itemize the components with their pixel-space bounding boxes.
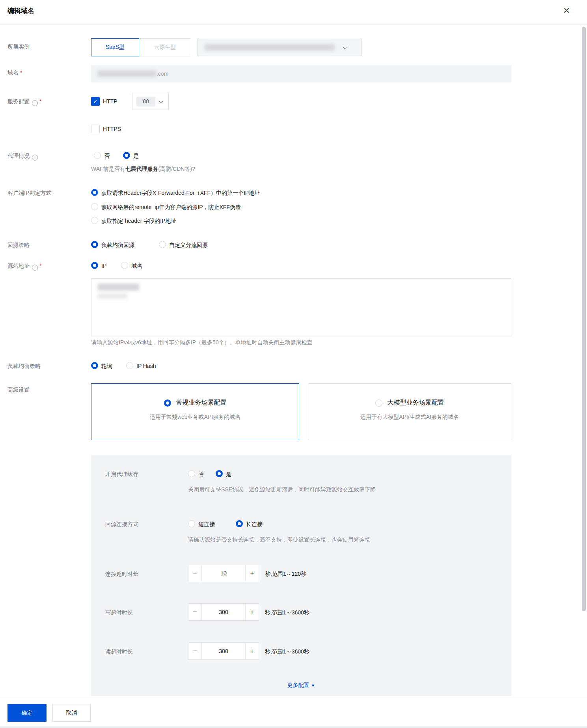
conn-short-label[interactable]: 短连接 xyxy=(198,521,215,528)
origin-policy-custom-label[interactable]: 自定义分流回源 xyxy=(169,242,208,249)
read-timeout-range: 秒,范围1～3600秒 xyxy=(265,648,309,655)
required-mark: * xyxy=(39,98,41,105)
minus-icon[interactable]: − xyxy=(188,642,202,660)
scenario-card-llm[interactable]: 大模型业务场景配置 适用于有大模型API/生成式AI服务的域名 xyxy=(308,383,511,440)
origin-policy-lb-radio[interactable] xyxy=(91,241,98,248)
instance-select[interactable] xyxy=(197,39,362,56)
lb-roundrobin-label[interactable]: 轮询 xyxy=(101,363,112,370)
proxy-no-radio[interactable] xyxy=(94,152,101,159)
origin-policy-lb-label[interactable]: 负载均衡回源 xyxy=(101,242,134,249)
client-ip-option-1-radio[interactable] xyxy=(91,189,98,196)
conn-mode-helper: 请确认源站是否支持长连接，若不支持，即使设置长连接，也会使用短连接 xyxy=(188,536,370,543)
minus-icon[interactable]: − xyxy=(188,603,202,621)
lb-strategy-label: 负载均衡策略 xyxy=(7,363,41,370)
proxy-cache-yes-label[interactable]: 是 xyxy=(226,471,231,478)
domain-suffix: .com xyxy=(157,71,168,77)
tab-cloud-native-label: 云原生型 xyxy=(154,44,176,51)
header-divider xyxy=(0,24,587,24)
proxy-no-label[interactable]: 否 xyxy=(104,153,110,160)
proxy-helper-bold: 七层代理服务 xyxy=(125,166,158,172)
check-icon: ✓ xyxy=(93,98,98,105)
client-ip-option-3-label[interactable]: 获取指定 header 字段的IP地址 xyxy=(101,218,177,225)
http-checkbox[interactable]: ✓ xyxy=(91,97,100,106)
write-timeout-value[interactable]: 300 xyxy=(202,603,245,621)
proxy-cache-yes-radio[interactable] xyxy=(216,470,223,477)
proxy-cache-no-label[interactable]: 否 xyxy=(198,471,204,478)
conn-long-label[interactable]: 长连接 xyxy=(246,521,263,528)
http-port-select[interactable]: 80 xyxy=(132,93,169,110)
port-tag: 80 xyxy=(136,97,155,106)
write-timeout-range: 秒,范围1～3600秒 xyxy=(265,609,309,616)
domain-label: 域名* xyxy=(7,69,22,77)
client-ip-option-2-label[interactable]: 获取网络层的remote_ip作为客户端的源IP，防止XFF伪造 xyxy=(101,204,241,211)
conn-mode-label: 回源连接方式 xyxy=(105,521,138,528)
origin-addr-ip-label[interactable]: IP xyxy=(101,263,106,269)
connect-timeout-value[interactable]: 10 xyxy=(202,565,245,582)
scenario-card-normal[interactable]: 常规业务场景配置 适用于常规web业务或API服务的域名 xyxy=(91,383,299,440)
proxy-cache-helper: 关闭后可支持SSE协议，避免源站更新滞后，同时可能导致源站交互效率下降 xyxy=(188,486,376,493)
caret-down-icon: ▼ xyxy=(311,683,315,688)
connect-timeout-stepper: − 10 + xyxy=(188,565,259,582)
minus-icon[interactable]: − xyxy=(188,565,202,582)
tab-cloud-native[interactable]: 云原生型 xyxy=(139,38,191,56)
scenario-normal-desc: 适用于常规web业务或API服务的域名 xyxy=(91,414,299,421)
origin-addr-label: 源站地址i* xyxy=(7,263,41,271)
lb-roundrobin-radio[interactable] xyxy=(91,362,98,369)
origin-addr-domain-label[interactable]: 域名 xyxy=(131,263,142,270)
proxy-yes-label[interactable]: 是 xyxy=(133,153,139,160)
origin-addr-ip-radio[interactable] xyxy=(91,262,98,269)
chevron-down-icon xyxy=(343,44,348,49)
client-ip-option-1-label[interactable]: 获取请求Header字段X-Forwarded-For（XFF）中的第一个IP地… xyxy=(101,190,260,197)
scenario-llm-desc: 适用于有大模型API/生成式AI服务的域名 xyxy=(308,414,511,421)
write-timeout-label: 写超时时长 xyxy=(105,609,133,616)
close-icon[interactable]: ✕ xyxy=(560,4,573,17)
client-ip-option-3-radio[interactable] xyxy=(91,217,98,224)
scenario-normal-radio[interactable] xyxy=(164,399,171,407)
client-ip-option-2-radio[interactable] xyxy=(91,203,98,210)
vertical-scrollbar[interactable] xyxy=(582,27,586,611)
origin-policy-label: 回源策略 xyxy=(7,242,30,249)
dialog-title: 编辑域名 xyxy=(7,6,34,15)
origin-addr-helper: 请输入源站IPv4或v6地址，用回车分隔多IP（最多50个）。单地址时自动关闭主… xyxy=(91,339,313,346)
required-mark: * xyxy=(20,69,22,76)
scenario-normal-title: 常规业务场景配置 xyxy=(176,399,227,407)
origin-policy-custom-radio[interactable] xyxy=(159,241,166,248)
conn-long-radio[interactable] xyxy=(236,520,243,527)
proxy-cache-no-radio[interactable] xyxy=(188,470,195,477)
conn-short-radio[interactable] xyxy=(188,520,195,527)
plus-icon[interactable]: + xyxy=(245,603,259,621)
read-timeout-value[interactable]: 300 xyxy=(202,642,245,660)
proxy-label: 代理情况i xyxy=(7,153,38,161)
confirm-button[interactable]: 确定 xyxy=(7,704,47,722)
connect-timeout-range: 秒,范围1～120秒 xyxy=(265,571,306,578)
plus-icon[interactable]: + xyxy=(245,565,259,582)
https-checkbox[interactable] xyxy=(91,125,100,133)
service-config-label: 服务配置i* xyxy=(7,98,41,106)
required-mark: * xyxy=(39,263,41,269)
lb-iphash-radio[interactable] xyxy=(126,362,133,369)
proxy-cache-label: 开启代理缓存 xyxy=(105,471,138,478)
advanced-label: 高级设置 xyxy=(7,386,30,394)
info-icon[interactable]: i xyxy=(32,265,38,271)
scenario-llm-radio[interactable] xyxy=(375,399,382,407)
redacted-domain xyxy=(97,71,157,77)
tab-saas[interactable]: SaaS型 xyxy=(91,38,139,56)
plus-icon[interactable]: + xyxy=(245,642,259,660)
info-icon[interactable]: i xyxy=(32,100,38,106)
cancel-button[interactable]: 取消 xyxy=(52,704,91,722)
info-icon[interactable]: i xyxy=(32,155,38,161)
https-label: HTTPS xyxy=(103,126,121,132)
scenario-llm-title: 大模型业务场景配置 xyxy=(388,399,444,407)
more-config-link[interactable]: 更多配置 ▼ xyxy=(91,682,511,689)
tab-saas-label: SaaS型 xyxy=(106,44,125,51)
client-ip-label: 客户端IP判定方式 xyxy=(7,190,51,197)
domain-input: .com xyxy=(91,65,511,82)
connect-timeout-label: 连接超时时长 xyxy=(105,571,138,578)
http-label: HTTP xyxy=(103,98,117,105)
lb-iphash-label[interactable]: IP Hash xyxy=(136,363,156,369)
proxy-yes-radio[interactable] xyxy=(123,152,130,159)
origin-addr-domain-radio[interactable] xyxy=(121,262,128,269)
origin-ip-textarea[interactable] xyxy=(91,278,511,336)
write-timeout-stepper: − 300 + xyxy=(188,603,259,621)
chevron-down-icon xyxy=(158,98,164,103)
